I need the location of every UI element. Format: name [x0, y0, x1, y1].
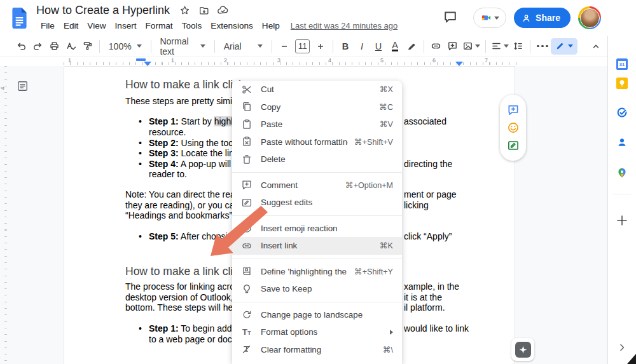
decrease-font-button[interactable] [276, 38, 293, 55]
font-size-field[interactable]: 11 [295, 39, 310, 53]
suggest-edits-icon[interactable] [507, 139, 520, 152]
menu-item-change-page-to-landscape[interactable]: Change page to landscape [232, 306, 402, 324]
star-icon[interactable] [177, 3, 191, 17]
side-panel: 31 [607, 36, 636, 364]
doc-fragment: il platform. [404, 302, 445, 313]
menu-extensions[interactable]: Extensions [206, 20, 258, 32]
hide-menus-button[interactable] [588, 38, 604, 55]
italic-button[interactable]: I [354, 38, 370, 55]
comment-history-icon[interactable] [443, 10, 459, 26]
app-header: How to Create a Hyperlink File Edit View… [0, 0, 636, 36]
menu-edit[interactable]: Edit [59, 20, 83, 32]
doc-line: resource. [149, 127, 186, 137]
menu-insert[interactable]: Insert [111, 20, 141, 32]
document-status-icon[interactable] [216, 3, 230, 17]
add-comment-button[interactable] [445, 38, 461, 55]
chevron-down-icon [504, 44, 509, 48]
left-indent-marker[interactable] [144, 62, 151, 66]
ellipsis-icon [537, 45, 539, 48]
menu-item-copy[interactable]: Copy ⌘C [232, 98, 402, 116]
more-options-button[interactable] [534, 38, 551, 55]
menu-view[interactable]: View [83, 20, 110, 32]
google-calendar-icon[interactable]: 31 [616, 58, 628, 70]
menu-bar: File Edit View Insert Format Tools Exten… [36, 18, 398, 33]
red-pointer-arrow [201, 205, 272, 261]
highlight-color-button[interactable] [403, 38, 420, 55]
google-docs-logo[interactable] [11, 6, 28, 29]
doc-bullet-step2: Step 2: Using the toolb [149, 138, 240, 148]
share-label: Share [536, 13, 560, 23]
clear-formatting-icon [241, 344, 252, 355]
menu-item-cut[interactable]: Cut ⌘X [232, 81, 402, 98]
scissors-icon [241, 84, 252, 95]
increase-font-button[interactable] [312, 38, 329, 55]
menu-item-clear-formatting[interactable]: Clear formatting ⌘\ [232, 341, 402, 359]
mouse-cursor [627, 354, 636, 364]
insert-image-button[interactable] [461, 38, 481, 55]
zoom-select[interactable]: 100% [104, 38, 147, 55]
vertical-ruler: 4 [0, 66, 8, 364]
google-contacts-icon[interactable] [616, 137, 628, 148]
show-outline-button[interactable] [17, 80, 29, 92]
align-button[interactable] [490, 38, 509, 55]
right-indent-marker[interactable] [455, 62, 463, 66]
text-color-button[interactable]: A [387, 38, 403, 55]
submenu-arrow-icon [390, 330, 393, 335]
menu-item-define[interactable]: Define 'highlighting the te...' ⌘+Shift+… [232, 263, 402, 281]
menu-item-delete[interactable]: Delete [232, 151, 402, 168]
menu-help[interactable]: Help [258, 20, 284, 32]
redo-button[interactable] [29, 38, 46, 55]
editing-mode-button[interactable] [551, 38, 577, 55]
format-options-icon: TT [241, 327, 252, 338]
font-select[interactable]: Arial [219, 38, 268, 55]
svg-text:31: 31 [619, 62, 625, 67]
add-comment-icon[interactable] [507, 104, 520, 116]
doc-fragment: licking [404, 200, 429, 210]
menu-item-save-to-keep[interactable]: Save to Keep [232, 280, 402, 298]
google-tasks-icon[interactable] [616, 107, 628, 118]
doc-bullet-step4: Step 4: A pop-up will a [149, 159, 238, 169]
menu-item-format-options[interactable]: TT Format options [232, 323, 402, 341]
menu-item-comment[interactable]: Comment ⌘+Option+M [232, 177, 402, 194]
last-edit-link[interactable]: Last edit was 24 minutes ago [291, 21, 398, 30]
chevron-down-icon [475, 44, 480, 48]
chevron-down-icon [494, 17, 499, 20]
explore-star-icon [515, 342, 531, 358]
explore-button[interactable] [511, 338, 534, 361]
print-button[interactable] [46, 38, 62, 55]
menu-item-paste[interactable]: Paste ⌘V [232, 116, 402, 133]
insert-link-button[interactable] [428, 38, 445, 55]
meet-button[interactable] [473, 8, 506, 28]
chevron-down-icon [137, 44, 142, 48]
comment-add-icon [241, 179, 252, 191]
document-title[interactable]: How to Create a Hyperlink [36, 4, 170, 17]
pencil-icon [555, 41, 565, 51]
document-canvas: 4 How to make a link click These steps a… [0, 66, 636, 364]
underline-button[interactable]: U [370, 38, 387, 55]
google-keep-icon[interactable] [616, 78, 628, 89]
doc-bullet-step1b: Step 1: To begin addin [149, 323, 238, 334]
menu-tools[interactable]: Tools [177, 20, 207, 32]
bold-button[interactable]: B [337, 38, 354, 55]
menu-file[interactable]: File [36, 20, 59, 32]
emoji-reaction-icon[interactable] [507, 121, 520, 134]
menu-item-paste-without-formatting[interactable]: Paste without formatting ⌘+Shift+V [232, 133, 402, 151]
line-spacing-button[interactable] [509, 38, 526, 55]
get-add-ons-button[interactable] [615, 213, 629, 227]
avatar[interactable] [578, 6, 601, 29]
undo-button[interactable] [13, 38, 29, 55]
spellcheck-button[interactable] [62, 38, 79, 55]
first-line-indent-marker[interactable] [136, 58, 146, 61]
paint-format-button[interactable] [79, 38, 95, 55]
doc-fragment: directing the [404, 159, 452, 169]
doc-line: to a web page or docu [149, 334, 237, 344]
quick-actions-pill [500, 95, 526, 161]
share-button[interactable]: Share [514, 8, 570, 28]
paragraph-style-select[interactable]: Normal text [155, 38, 210, 55]
move-folder-icon[interactable] [197, 3, 211, 17]
google-maps-icon[interactable] [616, 167, 628, 179]
rotate-page-icon [241, 309, 252, 320]
title-area: How to Create a Hyperlink File Edit View… [36, 3, 398, 33]
menu-format[interactable]: Format [141, 20, 177, 32]
hide-side-panel-button[interactable] [616, 342, 628, 353]
